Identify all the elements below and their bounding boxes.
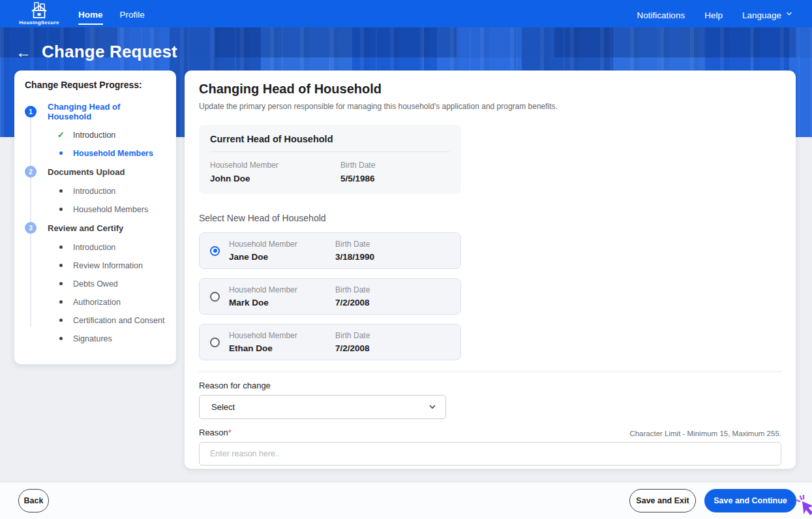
back-arrow-icon[interactable]: ←	[16, 44, 31, 60]
bullet-icon	[57, 337, 65, 340]
substep-signatures[interactable]: Signatures	[25, 333, 166, 344]
substep-label: Certification and Consent	[73, 316, 164, 325]
current-head-heading: Current Head of Household	[210, 134, 450, 152]
brand-logo[interactable]: HousingSecure	[18, 2, 60, 25]
current-head-card: Current Head of Household Household Memb…	[199, 125, 461, 194]
step-documents-upload[interactable]: 2 Documents Upload	[25, 166, 166, 178]
brand-name: HousingSecure	[19, 20, 59, 25]
radio-unselected-icon[interactable]	[210, 338, 220, 347]
bullet-icon	[57, 319, 65, 322]
bullet-icon	[57, 245, 65, 249]
chevron-down-icon	[429, 401, 436, 413]
substep-introduction[interactable]: Introduction	[25, 242, 166, 253]
radio-selected-icon[interactable]	[210, 246, 220, 256]
step-number-badge: 2	[25, 166, 37, 178]
substep-household-members[interactable]: Household Members	[25, 148, 166, 159]
section-divider	[199, 371, 781, 372]
substep-label: Introduction	[73, 131, 115, 140]
member-name: Jane Doe	[229, 252, 335, 262]
step-label: Changing Head of Household	[48, 102, 166, 121]
character-limit-hint: Character Limit - Minimum 15, Maximum 25…	[629, 430, 781, 437]
radio-unselected-icon[interactable]	[210, 292, 220, 302]
birth-date-label: Birth Date	[335, 331, 370, 340]
candidate-option-jane-doe[interactable]: Household Member Jane Doe Birth Date 3/1…	[199, 232, 461, 269]
birth-date-label: Birth Date	[335, 240, 374, 249]
nav-language-label: Language	[742, 4, 781, 24]
section-title: Changing Head of Household	[199, 82, 781, 97]
bullet-icon	[57, 151, 65, 155]
housing-logo-icon	[29, 2, 49, 19]
bullet-icon	[57, 282, 65, 285]
substep-label: Debts Owed	[73, 279, 118, 289]
check-icon: ✓	[57, 131, 65, 139]
member-label: Household Member	[210, 161, 340, 170]
secondary-nav: Notifications Help Language	[637, 4, 792, 24]
nav-profile-link[interactable]: Profile	[120, 3, 145, 25]
bullet-icon	[57, 189, 65, 193]
step-label: Review and Certify	[48, 223, 123, 233]
birth-date-label: Birth Date	[335, 285, 370, 294]
member-name: Mark Doe	[229, 298, 335, 307]
step-number-badge: 3	[25, 222, 37, 234]
nav-notifications-link[interactable]: Notifications	[637, 4, 685, 24]
step-label: Documents Upload	[48, 167, 125, 177]
reason-for-change-label: Reason for change	[199, 381, 781, 390]
chevron-down-icon	[786, 8, 792, 20]
select-new-head-heading: Select New Head of Household	[199, 213, 781, 223]
birth-date-value: 5/5/1986	[340, 174, 375, 183]
top-navbar: HousingSecure Home Profile Notifications…	[0, 0, 812, 27]
substep-review-information[interactable]: Review Information	[25, 260, 166, 271]
save-and-continue-button[interactable]: Save and Continue	[704, 489, 796, 512]
primary-nav: Home Profile	[78, 3, 145, 25]
progress-steps: 1 Changing Head of Household ✓ Introduct…	[25, 102, 166, 344]
birth-date-value: 7/2/2008	[335, 298, 370, 307]
substep-certification-consent[interactable]: Certification and Consent	[25, 315, 166, 326]
page-title: Change Request	[42, 42, 177, 62]
substep-label: Household Members	[73, 149, 153, 158]
reason-input[interactable]	[199, 442, 781, 465]
bullet-icon	[57, 208, 65, 211]
select-value: Select	[211, 402, 235, 412]
reason-for-change-select[interactable]: Select	[199, 395, 446, 419]
stepper-connector-line	[30, 108, 31, 327]
required-asterisk: *	[228, 428, 232, 437]
substep-label: Authorization	[73, 298, 121, 307]
substep-label: Introduction	[73, 187, 115, 196]
progress-sidebar: Change Request Progress: 1 Changing Head…	[14, 71, 176, 364]
substep-introduction[interactable]: ✓ Introduction	[25, 129, 166, 140]
substep-household-members[interactable]: Household Members	[25, 204, 166, 215]
substep-label: Review Information	[73, 261, 143, 270]
footer-bar: Back Save and Exit Save and Continue	[0, 482, 812, 519]
member-label: Household Member	[229, 285, 335, 294]
language-menu[interactable]: Language	[742, 4, 792, 24]
candidate-option-ethan-doe[interactable]: Household Member Ethan Doe Birth Date 7/…	[199, 324, 461, 360]
member-name: Ethan Doe	[229, 343, 335, 353]
member-name: John Doe	[210, 174, 340, 183]
substep-authorization[interactable]: Authorization	[25, 296, 166, 307]
reason-label: Reason*	[199, 428, 232, 437]
member-label: Household Member	[229, 240, 335, 249]
progress-heading: Change Request Progress:	[25, 80, 166, 90]
substep-label: Signatures	[73, 334, 112, 343]
bullet-icon	[57, 300, 65, 304]
save-and-exit-button[interactable]: Save and Exit	[629, 489, 696, 512]
substep-introduction[interactable]: Introduction	[25, 185, 166, 197]
step-changing-head[interactable]: 1 Changing Head of Household	[25, 102, 166, 121]
birth-date-label: Birth Date	[340, 161, 375, 170]
birth-date-value: 7/2/2008	[335, 343, 370, 353]
bullet-icon	[57, 264, 65, 267]
main-content-card: Changing Head of Household Update the pr…	[185, 71, 796, 469]
member-label: Household Member	[229, 331, 335, 340]
nav-help-link[interactable]: Help	[704, 4, 723, 24]
step-number-badge: 1	[25, 106, 37, 118]
section-subtitle: Update the primary person responsible fo…	[199, 102, 781, 111]
substep-debts-owed[interactable]: Debts Owed	[25, 278, 166, 289]
substep-label: Household Members	[73, 205, 148, 214]
candidate-option-mark-doe[interactable]: Household Member Mark Doe Birth Date 7/2…	[199, 278, 461, 315]
back-button[interactable]: Back	[18, 489, 49, 512]
nav-home-link[interactable]: Home	[78, 3, 103, 25]
birth-date-value: 3/18/1990	[335, 252, 374, 262]
substep-label: Introduction	[73, 243, 115, 252]
step-review-certify[interactable]: 3 Review and Certify	[25, 222, 166, 234]
